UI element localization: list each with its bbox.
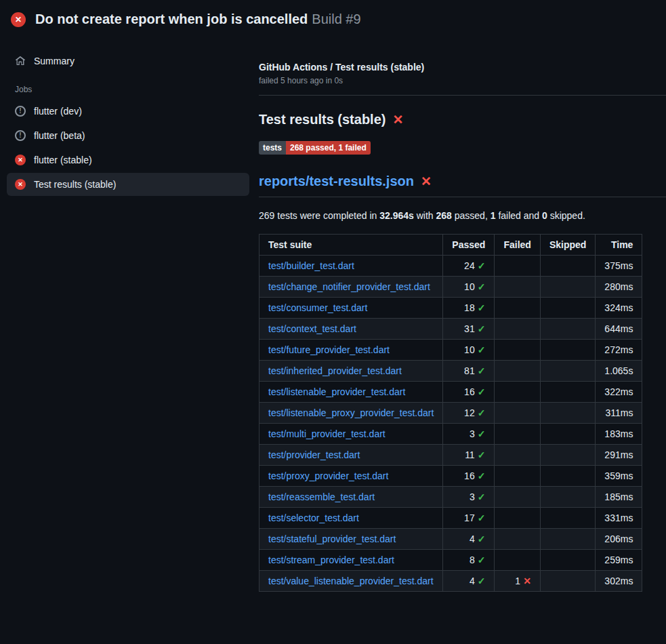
failed-cell [495,402,540,423]
time-cell: 206ms [596,528,642,549]
table-row: test/inherited_provider_test.dart81✓1.06… [259,360,642,381]
suite-link[interactable]: test/proxy_provider_test.dart [268,470,388,481]
skipped-cell [540,255,595,276]
passed-cell-value: 24 [464,260,475,271]
time-cell: 183ms [596,423,642,444]
suite-cell: test/listenable_provider_test.dart [259,381,443,402]
table-row: test/proxy_provider_test.dart16✓359ms [259,465,642,486]
passed-cell: 16✓ [443,381,495,402]
sidebar-item-label: Summary [34,56,75,66]
failed-cell [495,444,540,465]
skipped-cell [540,339,595,360]
suite-link[interactable]: test/builder_test.dart [268,260,354,271]
run-title: Do not create report when job is cancell… [35,11,361,28]
skipped-cell [540,381,595,402]
summary-text: with [414,210,436,221]
skipped-cell [540,528,595,549]
sidebar-item-flutter-stable[interactable]: ✕ flutter (stable) [7,148,249,172]
column-header: Test suite [259,234,443,255]
tests-status-badge: tests268 passed, 1 failed [259,141,371,155]
passed-cell-value: 10 [464,344,475,355]
skipped-cell [540,465,595,486]
passed-cell: 4✓ [443,528,495,549]
suite-link[interactable]: test/provider_test.dart [268,449,360,460]
sidebar-item-summary[interactable]: Summary [7,49,249,73]
sidebar-item-label: Test results (stable) [34,179,116,190]
results-table-head-row: Test suitePassedFailedSkippedTime [259,234,642,255]
failed-cell [495,465,540,486]
table-row: test/change_notifier_provider_test.dart1… [259,276,642,297]
passed-cell: 3✓ [443,423,495,444]
failed-cell [495,507,540,528]
suite-link[interactable]: test/listenable_provider_test.dart [268,386,405,397]
sidebar-item-flutter-beta[interactable]: ! flutter (beta) [7,124,249,147]
x-circle-icon: ✕ [11,12,26,27]
suite-cell: test/proxy_provider_test.dart [259,465,443,486]
table-row: test/stream_provider_test.dart8✓259ms [259,549,642,570]
sidebar-item-flutter-dev[interactable]: ! flutter (dev) [7,100,249,123]
suite-link[interactable]: test/inherited_provider_test.dart [268,365,402,376]
sidebar-item-label: flutter (stable) [34,155,92,165]
breadcrumb: GitHub Actions / Test results (stable) [259,62,666,73]
skipped-cell [540,423,595,444]
check-icon: ✓ [478,386,486,397]
check-icon: ✓ [478,323,486,334]
time-cell: 259ms [596,549,642,570]
suite-link[interactable]: test/selector_test.dart [268,512,359,523]
x-icon: ✕ [421,174,432,189]
failed-cell: 1✕ [495,570,540,591]
skipped-cell [540,402,595,423]
passed-cell-value: 16 [464,386,475,397]
suite-cell: test/change_notifier_provider_test.dart [259,276,443,297]
check-icon: ✓ [478,491,486,502]
suite-link[interactable]: test/change_notifier_provider_test.dart [268,281,430,292]
suite-link[interactable]: test/value_listenable_provider_test.dart [268,576,434,586]
report-file-link[interactable]: reports/test-results.json [259,174,414,189]
table-row: test/provider_test.dart11✓291ms [259,444,642,465]
suite-link[interactable]: test/consumer_test.dart [268,302,367,313]
suite-cell: test/future_provider_test.dart [259,339,443,360]
suite-cell: test/reassemble_test.dart [259,486,443,507]
sidebar-item-label: flutter (beta) [34,130,85,141]
badge-label: tests [259,141,286,155]
suite-link[interactable]: test/context_test.dart [268,323,356,334]
suite-cell: test/stream_provider_test.dart [259,549,443,570]
skipped-cell [540,360,595,381]
summary-number: 0 [542,210,547,221]
table-row: test/future_provider_test.dart10✓272ms [259,339,642,360]
passed-cell: 10✓ [443,339,495,360]
suite-link[interactable]: test/listenable_proxy_provider_test.dart [268,407,434,418]
table-row: test/listenable_provider_test.dart16✓322… [259,381,642,402]
passed-cell-value: 17 [464,512,475,523]
check-icon: ✓ [478,281,486,292]
suite-cell: test/provider_test.dart [259,444,443,465]
table-row: test/stateful_provider_test.dart4✓206ms [259,528,642,549]
table-row: test/consumer_test.dart18✓324ms [259,297,642,318]
passed-cell: 81✓ [443,360,495,381]
suite-link[interactable]: test/stateful_provider_test.dart [268,534,396,544]
report-heading: reports/test-results.json✕ [259,174,666,197]
check-icon: ✓ [478,428,486,439]
passed-cell: 18✓ [443,297,495,318]
suite-link[interactable]: test/reassemble_test.dart [268,491,375,502]
column-header: Failed [495,234,540,255]
suite-link[interactable]: test/multi_provider_test.dart [268,428,386,439]
skipped-cell [540,444,595,465]
suite-cell: test/consumer_test.dart [259,297,443,318]
passed-cell-value: 12 [464,407,475,418]
suite-link[interactable]: test/stream_provider_test.dart [268,555,394,565]
passed-cell-value: 3 [470,428,475,439]
failed-cell [495,297,540,318]
failed-cell [495,381,540,402]
failed-cell-value: 1 [515,576,520,586]
table-row: test/listenable_proxy_provider_test.dart… [259,402,642,423]
passed-cell-value: 10 [464,281,475,292]
summary-number: 32.964s [379,210,414,221]
suite-cell: test/selector_test.dart [259,507,443,528]
suite-link[interactable]: test/future_provider_test.dart [268,344,390,355]
sidebar-item-test-results-stable[interactable]: ✕ Test results (stable) [7,173,249,196]
run-title-text: Do not create report when job is cancell… [35,12,308,26]
summary-line: 269 tests were completed in 32.964s with… [259,209,666,223]
x-icon: ✕ [523,576,531,586]
check-icon: ✓ [478,365,486,376]
